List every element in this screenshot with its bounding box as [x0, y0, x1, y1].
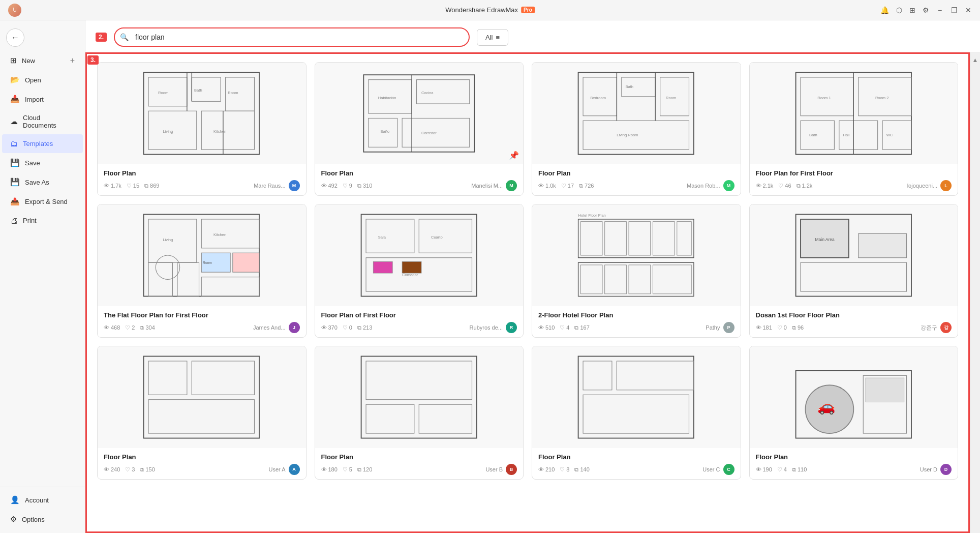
view-stat: 👁 370: [321, 324, 338, 331]
search-input[interactable]: [114, 27, 470, 47]
sidebar-item-print[interactable]: 🖨 Print: [2, 211, 83, 230]
right-panel: ▲: [970, 52, 980, 533]
template-author: Mason Rob...M: [687, 180, 734, 191]
template-info: Floor Plan of First Floor 👁 370 ♡ 0 ⧉ 21…: [315, 306, 524, 337]
search-area: 2. 🔍 All ≡: [85, 20, 980, 52]
sidebar-item-export[interactable]: 📤 Export & Send: [2, 192, 83, 211]
notification-icon[interactable]: 🔔: [880, 6, 889, 14]
sidebar-item-new-label: New: [22, 57, 35, 65]
eye-icon: 👁: [538, 324, 544, 331]
share-icon[interactable]: ⬡: [896, 6, 902, 14]
copy-icon: ⧉: [574, 466, 578, 473]
options-icon: ⚙: [10, 515, 17, 524]
template-card[interactable]: Hotel Floor Plan 2-Floor Hotel Floor Pla…: [532, 204, 741, 338]
author-avatar: M: [723, 180, 734, 191]
close-button[interactable]: ✕: [965, 7, 972, 14]
back-button[interactable]: ←: [6, 28, 24, 47]
view-icon[interactable]: ⊞: [909, 6, 915, 14]
view-stat: 👁 1.0k: [538, 183, 556, 189]
templates-icon: 🗂: [10, 139, 18, 148]
eye-icon: 👁: [756, 466, 761, 472]
template-card[interactable]: Sala Cuarto Comedor Floor Plan of First …: [315, 204, 524, 338]
sidebar-item-options[interactable]: ⚙ Options: [2, 510, 83, 529]
template-info: Floor Plan for First Floor 👁 2.1k ♡ 46 ⧉…: [750, 164, 958, 195]
titlebar: U Wondershare EdrawMax Pro 🔔 ⬡ ⊞ ⚙ − ❐ ✕: [0, 0, 980, 20]
author-avatar: B: [506, 464, 517, 475]
sidebar-item-templates[interactable]: 🗂 Templates: [2, 134, 83, 153]
template-author: PathyP: [706, 322, 734, 333]
view-stat: 👁 510: [538, 324, 555, 331]
svg-text:Bath: Bath: [626, 84, 634, 89]
copy-stat: ⧉ 726: [579, 183, 594, 189]
author-avatar: J: [289, 322, 300, 333]
template-card[interactable]: Main Area Dosan 1st Floor Floor Plan 👁 1…: [749, 204, 959, 338]
template-card[interactable]: Room 1 Room 2 Bath Hall WC Floor Plan fo…: [749, 62, 959, 196]
heart-icon: ♡: [778, 183, 783, 189]
maximize-button[interactable]: ❐: [951, 7, 958, 14]
template-info: Floor Plan 👁 1.7k ♡ 15 ⧉ 869 Marc Raus..…: [98, 164, 306, 195]
template-title: Dosan 1st Floor Floor Plan: [756, 311, 952, 319]
svg-text:Hall: Hall: [843, 133, 849, 137]
svg-text:Main Area: Main Area: [815, 237, 835, 242]
template-thumbnail: Bedroom Bath Room Living Room: [532, 63, 741, 164]
sidebar-item-save[interactable]: 💾 Save: [2, 153, 83, 172]
svg-text:Kitchen: Kitchen: [213, 232, 226, 237]
sidebar-item-new[interactable]: ⊞ New +: [2, 51, 83, 70]
template-info: Floor Plan 👁 210 ♡ 8 ⧉ 140 User CC: [532, 448, 741, 479]
content-area: 2. 🔍 All ≡ 3. Room Bath: [85, 20, 980, 533]
minimize-button[interactable]: −: [936, 7, 943, 14]
template-title: Floor Plan: [321, 453, 517, 461]
copy-icon: ⧉: [140, 324, 144, 331]
step2-annotation: 2.: [96, 33, 107, 42]
template-meta: 👁 468 ♡ 2 ⧉ 304 James And...J: [104, 322, 300, 333]
template-card[interactable]: Floor Plan 👁 210 ♡ 8 ⧉ 140 User CC: [532, 346, 741, 480]
settings-icon[interactable]: ⚙: [923, 6, 929, 14]
user-avatar[interactable]: U: [8, 4, 21, 17]
heart-icon: ♡: [343, 466, 348, 473]
svg-rect-70: [578, 262, 694, 296]
template-info: Floor Plan 👁 492 ♡ 9 ⧉ 310 Manelisi M...…: [315, 164, 524, 195]
template-title: Floor Plan: [756, 453, 952, 461]
template-card[interactable]: Bedroom Bath Room Living Room Floor Plan…: [532, 62, 741, 196]
app-title-area: Wondershare EdrawMax Pro: [445, 6, 535, 14]
template-card[interactable]: Habitación Baño Cocina Corredor 📌Floor P…: [315, 62, 524, 196]
author-name: James And...: [253, 324, 286, 331]
svg-text:Room: Room: [203, 261, 212, 264]
heart-icon: ♡: [561, 183, 566, 189]
account-icon: 👤: [10, 495, 20, 505]
author-name: User C: [702, 466, 720, 472]
template-info: Floor Plan 👁 240 ♡ 3 ⧉ 150 User AA: [98, 448, 306, 479]
template-card[interactable]: 🚗 Floor Plan 👁 190 ♡ 4 ⧉ 110 User DD: [749, 346, 959, 480]
copy-icon: ⧉: [797, 183, 801, 189]
author-name: User A: [268, 466, 285, 472]
cloud-icon: ☁: [10, 117, 18, 126]
scroll-up-arrow[interactable]: ▲: [972, 56, 978, 64]
template-author: Marc Raus...M: [254, 180, 299, 191]
template-card[interactable]: Room Bath Room Living Kitchen Floor Plan…: [97, 62, 307, 196]
like-stat: ♡ 4: [777, 466, 787, 473]
sidebar-item-open[interactable]: 📂 Open: [2, 70, 83, 90]
template-thumbnail: Hotel Floor Plan: [532, 204, 741, 306]
template-grid-container[interactable]: Room Bath Room Living Kitchen Floor Plan…: [85, 52, 970, 533]
eye-icon: 👁: [756, 324, 761, 331]
import-icon: 📥: [10, 95, 20, 104]
sidebar-item-import[interactable]: 📥 Import: [2, 90, 83, 109]
save-icon: 💾: [10, 158, 20, 167]
filter-button[interactable]: All ≡: [477, 29, 508, 46]
template-stats: 👁 1.0k ♡ 17 ⧉ 726: [538, 183, 594, 189]
svg-rect-51: [233, 253, 259, 272]
template-author: Manelisi M...M: [471, 180, 517, 191]
template-card[interactable]: Floor Plan 👁 240 ♡ 3 ⧉ 150 User AA: [97, 346, 307, 480]
template-title: Floor Plan: [104, 453, 300, 461]
template-info: Floor Plan 👁 180 ♡ 5 ⧉ 120 User BB: [315, 448, 524, 479]
svg-text:Living Room: Living Room: [617, 133, 638, 137]
sidebar-item-cloud[interactable]: ☁ Cloud Documents: [2, 109, 83, 134]
author-name: User D: [920, 466, 937, 472]
author-avatar: C: [723, 464, 734, 475]
like-stat: ♡ 3: [125, 466, 135, 473]
template-card[interactable]: Floor Plan 👁 180 ♡ 5 ⧉ 120 User BB: [315, 346, 524, 480]
sidebar-item-account[interactable]: 👤 Account: [2, 490, 83, 510]
sidebar-item-saveas[interactable]: 💾 Save As: [2, 172, 83, 192]
like-stat: ♡ 8: [560, 466, 569, 473]
template-card[interactable]: Living Kitchen Room The Flat Floor Plan …: [97, 204, 307, 338]
